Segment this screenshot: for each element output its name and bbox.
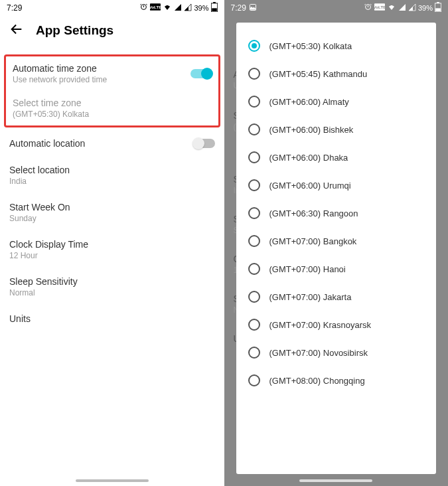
- wifi-icon: [163, 3, 172, 13]
- timezone-option[interactable]: (GMT+06:00) Dhaka: [236, 143, 437, 171]
- timezone-option[interactable]: (GMT+07:00) Novosibirsk: [236, 339, 437, 366]
- battery-text: 39%: [194, 4, 208, 12]
- alarm-icon: [139, 3, 148, 13]
- timezone-option[interactable]: (GMT+05:30) Kolkata: [236, 32, 437, 60]
- setting-title: Select time zone: [13, 98, 89, 108]
- timezone-option[interactable]: (GMT+07:00) Krasnoyarsk: [236, 311, 437, 339]
- timezone-option[interactable]: (GMT+07:00) Bangkok: [236, 227, 437, 255]
- setting-subtitle: 12 Hour: [9, 251, 88, 260]
- setting-subtitle: Use network provided time: [13, 75, 107, 84]
- radio-icon: [248, 40, 260, 52]
- signal2-icon: [184, 3, 192, 13]
- setting-title: Start Week On: [9, 202, 70, 212]
- timezone-option[interactable]: (GMT+06:30) Rangoon: [236, 199, 437, 227]
- highlight-box: Automatic time zone Use network provided…: [4, 54, 220, 127]
- timezone-label: (GMT+05:30) Kolkata: [269, 41, 352, 51]
- timezone-label: (GMT+06:00) Almaty: [269, 97, 349, 107]
- status-bar: 7:29 VoLTE 39%: [0, 0, 224, 16]
- timezone-label: (GMT+06:00) Bishkek: [269, 125, 354, 135]
- radio-icon: [248, 319, 260, 331]
- setting-auto-timezone[interactable]: Automatic time zone Use network provided…: [6, 56, 218, 91]
- timezone-label: (GMT+07:00) Bangkok: [269, 236, 357, 246]
- setting-auto-location[interactable]: Automatic location: [0, 130, 224, 157]
- radio-icon: [248, 96, 260, 108]
- svg-rect-10: [435, 8, 441, 11]
- signal-icon: [398, 3, 406, 13]
- status-icons: VoLTE 39%: [139, 2, 217, 14]
- app-header: App Settings: [0, 16, 224, 45]
- radio-icon: [248, 151, 260, 163]
- radio-icon: [248, 291, 260, 303]
- svg-text:VoLTE: VoLTE: [374, 5, 385, 9]
- nav-bar-indicator: [76, 479, 149, 482]
- volte-icon: VoLTE: [374, 3, 385, 13]
- setting-subtitle: (GMT+05:30) Kolkata: [13, 110, 89, 119]
- timezone-label: (GMT+07:00) Jakarta: [269, 292, 352, 302]
- timezone-label: (GMT+07:00) Novosibirsk: [269, 348, 368, 358]
- screenshot-icon: [249, 3, 257, 13]
- timezone-label: (GMT+05:45) Kathmandu: [269, 69, 368, 79]
- timezone-label: (GMT+07:00) Krasnoyarsk: [269, 320, 372, 330]
- setting-select-location[interactable]: Select location India: [0, 157, 224, 194]
- radio-icon: [248, 68, 260, 80]
- radio-icon: [248, 123, 260, 135]
- timezone-option[interactable]: (GMT+06:00) Urumqi: [236, 171, 437, 199]
- setting-title: Automatic time zone: [13, 63, 107, 74]
- battery-icon: [435, 2, 441, 14]
- setting-title: Automatic location: [9, 138, 85, 149]
- setting-sleep-sensitivity[interactable]: Sleep Sensitivity Normal: [0, 268, 224, 305]
- battery-text: 39%: [418, 4, 433, 12]
- signal-icon: [174, 3, 182, 13]
- setting-select-timezone[interactable]: Select time zone (GMT+05:30) Kolkata: [6, 91, 218, 125]
- volte-icon: VoLTE: [150, 3, 161, 13]
- page-title: App Settings: [36, 23, 113, 38]
- status-bar: 7:29 VoLTE 39%: [224, 0, 449, 16]
- setting-subtitle: Normal: [9, 288, 78, 297]
- radio-icon: [248, 207, 260, 219]
- setting-start-week[interactable]: Start Week On Sunday: [0, 194, 224, 231]
- wifi-icon: [387, 3, 396, 13]
- back-arrow-icon[interactable]: [9, 22, 24, 39]
- setting-title: Units: [9, 313, 31, 324]
- timezone-option[interactable]: (GMT+08:00) Chongqing: [236, 366, 437, 394]
- timezone-option[interactable]: (GMT+07:00) Jakarta: [236, 283, 437, 311]
- phone-screen-settings: 7:29 VoLTE 39%: [0, 0, 224, 486]
- battery-icon: [211, 2, 218, 14]
- setting-units[interactable]: Units: [0, 305, 224, 332]
- timezone-option[interactable]: (GMT+06:00) Bishkek: [236, 116, 437, 143]
- setting-title: Clock Display Time: [9, 239, 88, 250]
- radio-icon: [248, 347, 260, 359]
- timezone-label: (GMT+06:30) Rangoon: [269, 208, 358, 218]
- timezone-label: (GMT+08:00) Chongqing: [269, 376, 365, 386]
- status-icons: VoLTE 39%: [364, 2, 441, 14]
- setting-subtitle: India: [9, 177, 70, 186]
- setting-title: Sleep Sensitivity: [9, 276, 78, 287]
- timezone-option[interactable]: (GMT+05:45) Kathmandu: [236, 60, 437, 88]
- setting-subtitle: Sunday: [9, 214, 70, 223]
- timezone-label: (GMT+06:00) Urumqi: [269, 181, 351, 191]
- status-time: 7:29: [7, 3, 22, 13]
- timezone-option[interactable]: (GMT+07:00) Hanoi: [236, 255, 437, 283]
- alarm-icon: [364, 3, 372, 13]
- setting-title: Select location: [9, 165, 70, 175]
- timezone-label: (GMT+06:00) Dhaka: [269, 153, 348, 163]
- timezone-option[interactable]: (GMT+06:00) Almaty: [236, 88, 437, 116]
- svg-rect-4: [212, 8, 217, 11]
- status-time: 7:29: [231, 3, 246, 13]
- toggle-auto-timezone[interactable]: [190, 69, 212, 78]
- radio-icon: [248, 179, 260, 191]
- setting-clock-display[interactable]: Clock Display Time 12 Hour: [0, 231, 224, 268]
- radio-icon: [248, 263, 260, 275]
- phone-screen-dialog: 7:29 VoLTE 39%: [224, 0, 449, 486]
- settings-list: Automatic time zone Use network provided…: [0, 45, 224, 332]
- signal2-icon: [408, 3, 416, 13]
- svg-text:VoLTE: VoLTE: [150, 5, 161, 9]
- toggle-auto-location[interactable]: [194, 139, 215, 148]
- timezone-dialog: (GMT+05:30) Kolkata(GMT+05:45) Kathmandu…: [236, 23, 437, 474]
- radio-icon: [248, 235, 260, 247]
- radio-icon: [248, 374, 260, 386]
- timezone-label: (GMT+07:00) Hanoi: [269, 264, 346, 274]
- nav-bar-indicator: [299, 479, 372, 482]
